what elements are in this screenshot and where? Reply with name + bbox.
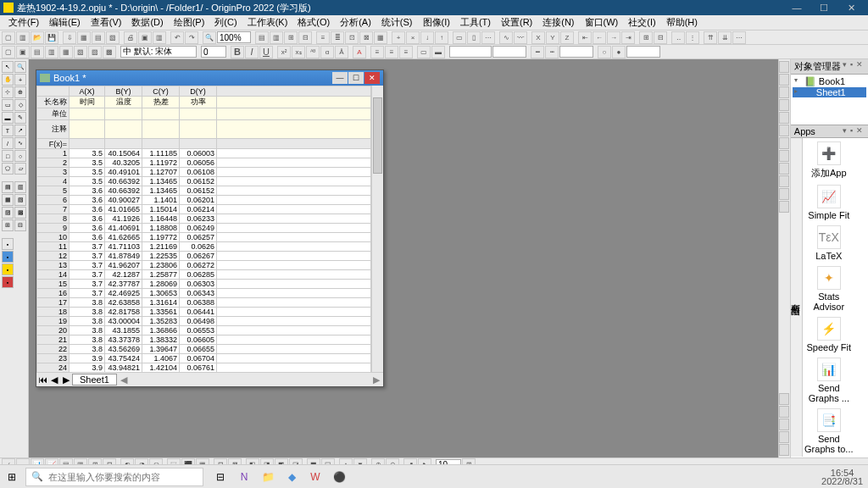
cell[interactable]: 3.5: [70, 177, 105, 186]
line-width[interactable]: [492, 46, 526, 58]
horizontal-scrollbar[interactable]: ◀▶: [117, 374, 383, 385]
tb-btn[interactable]: ▤: [31, 46, 44, 58]
tool-select[interactable]: ▭: [2, 99, 14, 111]
cell[interactable]: 43.00004: [105, 317, 142, 326]
row-header[interactable]: 9: [37, 224, 70, 233]
row-header[interactable]: 1: [37, 149, 70, 158]
tool-j[interactable]: ▪: [2, 251, 14, 263]
cell[interactable]: 0.06267: [180, 252, 217, 261]
tb-btn[interactable]: ▩: [103, 46, 116, 58]
col-header-c[interactable]: C(Y): [142, 86, 180, 97]
cell[interactable]: 3.8: [70, 336, 105, 345]
tb-btn[interactable]: ⊟: [298, 31, 312, 44]
align-center-button[interactable]: ≡: [385, 46, 398, 58]
tb-btn[interactable]: Y: [546, 31, 559, 44]
font-color-button[interactable]: A: [353, 46, 366, 58]
workbook-titlebar[interactable]: Book1 * — ☐ ✕: [36, 70, 383, 86]
cell[interactable]: 40.66392: [105, 177, 142, 186]
cell[interactable]: 3.6: [70, 205, 105, 214]
cell[interactable]: 41.01665: [105, 205, 142, 214]
tool-poly[interactable]: ⬠: [2, 163, 14, 175]
tb-btn[interactable]: ⊟: [654, 31, 667, 44]
ri-btn[interactable]: [779, 444, 789, 456]
cell[interactable]: 3.5: [70, 158, 105, 168]
cell[interactable]: 0.06343: [180, 289, 217, 298]
menu-plot[interactable]: 绘图(P): [169, 16, 210, 29]
cell[interactable]: 0.06152: [180, 177, 217, 186]
cell[interactable]: 0.06441: [180, 308, 217, 317]
menu-data[interactable]: 数据(D): [126, 16, 168, 29]
ri-btn[interactable]: [779, 406, 789, 418]
cell[interactable]: 43.56269: [105, 345, 142, 354]
cell[interactable]: 3.8: [70, 345, 105, 354]
row-header[interactable]: 4: [37, 177, 70, 186]
tb-btn[interactable]: ⋯: [732, 31, 746, 44]
tb-btn[interactable]: ↓: [420, 31, 434, 44]
longname-c[interactable]: 热差: [142, 97, 180, 108]
longname-b[interactable]: 温度: [105, 97, 142, 108]
cell[interactable]: 0.06108: [180, 168, 217, 177]
cell[interactable]: 3.7: [70, 252, 105, 261]
app-item[interactable]: ➕添加App: [804, 141, 854, 180]
open-button[interactable]: 📂: [31, 31, 44, 44]
cell[interactable]: 40.3205: [105, 158, 142, 168]
cell[interactable]: 3.6: [70, 196, 105, 205]
row-header[interactable]: 12: [37, 252, 70, 261]
row-header[interactable]: 7: [37, 205, 70, 214]
cell[interactable]: 1.11972: [142, 158, 180, 168]
row-header[interactable]: 23: [37, 354, 70, 363]
ri-btn[interactable]: [779, 112, 789, 124]
tb-btn[interactable]: ●: [612, 46, 626, 58]
menu-view[interactable]: 查看(V): [86, 16, 127, 29]
tb-btn[interactable]: ↶: [170, 31, 184, 44]
tool-curve[interactable]: ∿: [14, 137, 26, 149]
ri-btn[interactable]: [779, 201, 789, 213]
apps-category-tabs[interactable]: 所有 绘图: [791, 138, 803, 457]
cell[interactable]: 1.23806: [142, 261, 180, 270]
tool-f[interactable]: ▩: [14, 207, 26, 219]
menu-tools[interactable]: 工具(T): [455, 16, 496, 29]
col-header-d[interactable]: D(Y): [180, 86, 217, 97]
tab-first[interactable]: ⏮: [36, 374, 48, 385]
tb-btn[interactable]: ▧: [106, 31, 120, 44]
symbol-select[interactable]: [626, 46, 660, 58]
import-button[interactable]: ⇩: [63, 31, 76, 44]
save-button[interactable]: 💾: [45, 31, 58, 44]
cell[interactable]: 0.06303: [180, 280, 217, 289]
cell[interactable]: 3.6: [70, 214, 105, 224]
cell[interactable]: 3.8: [70, 298, 105, 308]
row-header[interactable]: 18: [37, 308, 70, 317]
cell[interactable]: 3.6: [70, 233, 105, 242]
color-select[interactable]: [559, 46, 593, 58]
minimize-button[interactable]: —: [783, 0, 810, 15]
cell[interactable]: 1.22535: [142, 252, 180, 261]
row-header[interactable]: 6: [37, 196, 70, 205]
ri-btn[interactable]: [779, 431, 789, 443]
row-header[interactable]: 22: [37, 345, 70, 354]
cell[interactable]: 0.06704: [180, 354, 217, 363]
cell[interactable]: 1.4067: [142, 354, 180, 363]
italic-button[interactable]: I: [245, 46, 259, 58]
tool-zoom[interactable]: 🔍: [14, 61, 26, 73]
app-item[interactable]: 📈Simple Fit: [804, 185, 854, 220]
tool-e[interactable]: ▨: [2, 207, 14, 219]
cell[interactable]: 0.06272: [180, 261, 217, 270]
taskbar-search[interactable]: 🔍: [25, 468, 203, 486]
tb-btn[interactable]: ᴬᴮ: [306, 46, 320, 58]
new-project-button[interactable]: ▢: [2, 31, 15, 44]
cell[interactable]: 0.06553: [180, 326, 217, 336]
tool-reader[interactable]: +: [14, 74, 26, 86]
app-item[interactable]: 📊Send Graphs ...: [804, 358, 854, 403]
cell[interactable]: 1.1401: [142, 196, 180, 205]
tb-btn[interactable]: ▦: [374, 31, 387, 44]
cell[interactable]: 1.16448: [142, 214, 180, 224]
zoom-input[interactable]: [217, 31, 251, 43]
tb-btn[interactable]: →: [607, 31, 620, 44]
tb-btn[interactable]: ↑: [435, 31, 448, 44]
tb-btn[interactable]: ▭: [417, 46, 431, 58]
cell[interactable]: 1.38332: [142, 336, 180, 345]
cell[interactable]: 40.90027: [105, 196, 142, 205]
cell[interactable]: 0.0626: [180, 242, 217, 252]
wb-close-button[interactable]: ✕: [364, 72, 380, 84]
cell[interactable]: 1.33561: [142, 308, 180, 317]
